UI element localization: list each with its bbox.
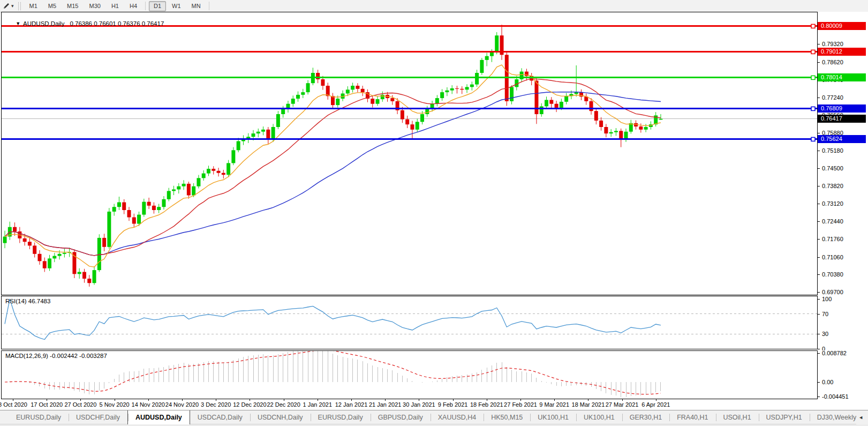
date-axis-tick <box>47 399 47 401</box>
tab-10-uk100-h1[interactable]: UK100,H1 <box>576 410 622 424</box>
chart-tools-button[interactable]: ▾ <box>3 2 14 10</box>
rsi-axis-tick: 100 <box>818 296 832 303</box>
date-axis-tick <box>520 399 521 401</box>
chart-symbol-label: AUDUSD,Daily <box>23 20 64 27</box>
timeframe-button-m1[interactable]: M1 <box>25 1 42 11</box>
date-label: 17 Oct 2020 <box>31 401 63 408</box>
timeframe-button-m5[interactable]: M5 <box>43 1 61 11</box>
macd-axis-tick: -0.004451 <box>818 393 849 400</box>
date-axis-tick <box>419 399 419 401</box>
date-label: 12 Jan 2021 <box>335 401 368 408</box>
macd-label: MACD(12,26,9) -0.002442 -0.003287 <box>5 353 107 359</box>
date-label: 8 Oct 2020 <box>0 401 27 408</box>
price-axis-tick: 0.74500 <box>818 165 843 172</box>
date-label: 3 Dec 2020 <box>201 401 231 408</box>
chart-title: ▼AUDUSD,Daily0.76386 0.76601 0.76376 0.7… <box>5 14 164 33</box>
tab-5-eurusd-daily[interactable]: EURUSD,Daily <box>311 410 371 424</box>
rsi-scale-axis[interactable]: 10070300 <box>818 296 868 349</box>
date-axis-tick <box>80 399 81 401</box>
date-axis-tick <box>351 399 352 401</box>
toolbar-separator <box>145 2 146 10</box>
date-label: 27 Feb 2021 <box>504 401 537 408</box>
tab-14-usdjpy-h1[interactable]: USDJPY,H1 <box>759 410 810 424</box>
chart-ohlc-values: 0.76386 0.76601 0.76376 0.76417 <box>70 20 164 27</box>
date-axis-tick <box>622 399 623 401</box>
tab-6-gbpusd-daily[interactable]: GBPUSD,Daily <box>371 410 431 424</box>
timeframe-button-m30[interactable]: M30 <box>85 1 105 11</box>
date-label: 1 Jan 2021 <box>303 401 332 408</box>
price-axis-tick: 0.77240 <box>818 94 843 101</box>
date-axis-tick <box>182 399 183 401</box>
price-axis-tick: 0.75180 <box>818 147 843 154</box>
price-axis-tick: 0.72440 <box>818 218 843 225</box>
date-label: 9 Mar 2021 <box>539 401 569 408</box>
tab-1-usdchf-daily[interactable]: USDCHF,Daily <box>69 410 127 424</box>
timeframe-button-w1[interactable]: W1 <box>167 1 186 11</box>
date-axis-tick <box>216 399 216 401</box>
date-axis-tick <box>250 399 250 401</box>
main-chart-canvas[interactable] <box>2 12 817 295</box>
date-axis-tick <box>487 399 487 401</box>
tab-15-dj30-weekly[interactable]: DJ30,Weekly <box>810 410 864 424</box>
dropdown-caret-icon: ▾ <box>11 3 14 9</box>
tab-9-uk100-h1[interactable]: UK100,H1 <box>530 410 576 424</box>
date-axis-tick <box>13 399 13 401</box>
price-axis[interactable]: 0.793200.786200.779400.772400.765600.758… <box>818 12 868 295</box>
price-level-badge: 0.76809 <box>818 104 866 113</box>
timeframe-button-m15[interactable]: M15 <box>62 1 83 11</box>
toolbar-grip[interactable] <box>18 2 21 10</box>
price-level-badge: 0.79012 <box>818 48 866 56</box>
price-axis-tick: 0.73120 <box>818 200 843 207</box>
tab-scroll-left-button[interactable]: ◄ <box>858 415 863 420</box>
price-axis-tick: 0.78620 <box>818 59 843 66</box>
date-label: 22 Dec 2020 <box>267 401 300 408</box>
price-axis-tick: 0.71060 <box>818 254 843 261</box>
macd-scale-axis[interactable]: 0.0087820.00-0.004451 <box>818 350 868 399</box>
timeframe-button-mn[interactable]: MN <box>187 1 206 11</box>
date-axis-tick <box>148 399 149 401</box>
date-label: 21 Jan 2021 <box>369 401 402 408</box>
main-chart-pane[interactable]: ▼AUDUSD,Daily0.76386 0.76601 0.76376 0.7… <box>1 12 818 295</box>
symbol-dropdown-icon[interactable]: ▼ <box>16 21 20 26</box>
tab-2-audusd-daily[interactable]: AUDUSD,Daily <box>127 410 190 424</box>
price-axis-tick: 0.71760 <box>818 236 843 243</box>
tab-12-fra40-h1[interactable]: FRA40,H1 <box>669 410 715 424</box>
date-axis-tick <box>385 399 386 401</box>
rsi-canvas[interactable] <box>2 296 817 349</box>
date-axis-tick <box>588 399 588 401</box>
macd-canvas[interactable] <box>2 351 817 399</box>
timeframe-button-h1[interactable]: H1 <box>107 1 124 11</box>
date-axis-tick <box>115 399 115 401</box>
tab-7-xauusd-h4[interactable]: XAUUSD,H4 <box>431 410 484 424</box>
rsi-label: RSI(14) 46.7483 <box>5 298 50 304</box>
price-level-badge: 0.80009 <box>818 22 866 30</box>
macd-pane[interactable]: MACD(12,26,9) -0.002442 -0.003287 <box>1 350 818 399</box>
date-label: 5 Nov 2020 <box>99 401 129 408</box>
date-axis[interactable]: 8 Oct 202017 Oct 202027 Oct 20205 Nov 20… <box>1 399 818 410</box>
tab-0-eurusd-daily[interactable]: EURUSD,Daily <box>9 410 69 424</box>
date-axis-tick <box>656 399 656 401</box>
tab-scroll-controls: ◄► <box>856 410 868 424</box>
date-label: 27 Oct 2020 <box>64 401 96 408</box>
date-label: 6 Apr 2021 <box>641 401 670 408</box>
date-label: 9 Feb 2021 <box>438 401 468 408</box>
tab-bar: EURUSD,DailyUSDCHF,DailyAUDUSD,DailyUSDC… <box>0 410 868 424</box>
tab-13-usoil-h1[interactable]: USOil,H1 <box>716 410 759 424</box>
tab-11-ger30-h1[interactable]: GER30,H1 <box>622 410 669 424</box>
rsi-pane[interactable]: RSI(14) 46.7483 <box>1 296 818 349</box>
price-axis-tick: 0.79320 <box>818 41 843 48</box>
macd-axis-tick: 0.00 <box>818 379 833 386</box>
date-label: 12 Dec 2020 <box>233 401 266 408</box>
tab-8-hk50-m15[interactable]: HK50,M15 <box>484 410 530 424</box>
timeframe-button-h4[interactable]: H4 <box>125 1 142 11</box>
tab-4-usdcnh-daily[interactable]: USDCNH,Daily <box>250 410 311 424</box>
tab-3-usdcad-daily[interactable]: USDCAD,Daily <box>190 410 250 424</box>
date-axis-tick <box>318 399 318 401</box>
trading-platform-window: { "toolbar": { "timeframes": ["M1","M5",… <box>0 0 868 426</box>
rsi-axis-tick: 30 <box>818 331 828 338</box>
date-label: 30 Jan 2021 <box>403 401 435 408</box>
date-axis-tick <box>284 399 284 401</box>
timeframe-button-d1[interactable]: D1 <box>149 1 166 11</box>
macd-axis-tick: 0.008782 <box>818 350 847 357</box>
rsi-value: 46.7483 <box>28 298 51 304</box>
